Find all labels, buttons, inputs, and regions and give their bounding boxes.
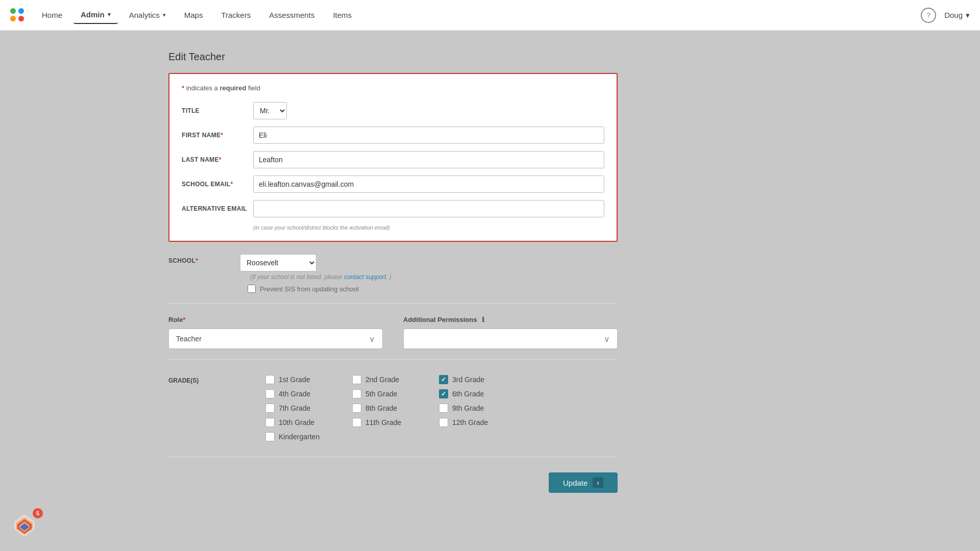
school-email-label: SCHOOL EMAIL* [182,181,253,188]
user-menu-button[interactable]: Doug ▾ [944,11,970,20]
grade-7th: 7th Grade [265,404,347,413]
grade-9th: 9th Grade [439,404,521,413]
nav-assessments[interactable]: Assessments [262,7,322,23]
title-label: TITLE [182,107,253,114]
grade-4th-checkbox[interactable] [265,389,275,398]
grades-label: GRADE(S) [168,375,235,441]
last-name-label: LAST NAME* [182,156,253,163]
nav-trackers[interactable]: Trackers [214,7,258,23]
navbar: Home Admin ▾ Analytics ▾ Maps Trackers A… [0,0,980,31]
update-arrow-icon: › [593,478,603,488]
nav-admin[interactable]: Admin ▾ [74,6,118,24]
logo-dots [10,8,24,22]
grade-6th: 6th Grade [439,389,521,398]
notification-badge: 5 [33,508,43,518]
grade-12th: 12th Grade [439,418,521,427]
grade-8th: 8th Grade [352,404,434,413]
first-name-row: FIRST NAME* [182,127,604,144]
info-icon[interactable]: ℹ [482,316,484,323]
role-section: Role* Teacher ∨ Additional Permissions ℹ… [168,316,618,360]
role-chevron-icon: ∨ [369,334,375,344]
role-col: Role* Teacher ∨ [168,316,383,349]
logo-dot-tr [18,8,24,14]
grade-10th-checkbox[interactable] [265,418,275,427]
grade-3rd-checkbox[interactable] [439,375,448,384]
grade-5th: 5th Grade [352,389,434,398]
contact-support-link[interactable]: contact support. [344,273,387,281]
school-select[interactable]: Roosevelt [240,254,316,271]
nav-items[interactable]: Items [326,7,359,23]
user-chevron-icon: ▾ [966,11,970,20]
grade-kindergarten: Kindergarten [265,432,347,441]
grade-9th-checkbox[interactable] [439,404,448,413]
nav-maps[interactable]: Maps [177,7,210,23]
first-name-input[interactable] [253,127,604,144]
help-button[interactable]: ? [921,8,936,23]
alt-email-hint: (in case your school/district blocks the… [253,224,604,231]
title-select[interactable]: Mr. Mrs. Ms. Dr. [253,102,287,119]
last-name-input[interactable] [253,151,604,168]
grade-11th-checkbox[interactable] [352,418,361,427]
role-label: Role* [168,316,383,323]
logo-dot-tl [10,8,16,14]
additional-permissions-label: Additional Permissions ℹ [403,316,618,323]
nav-items: Home Admin ▾ Analytics ▾ Maps Trackers A… [35,6,921,24]
alt-email-label: ALTERNATIVE EMAIL [182,205,253,212]
logo-dot-bl [10,16,16,21]
grade-11th: 11th Grade [352,418,434,427]
first-name-label: FIRST NAME* [182,132,253,139]
required-fields-section: * indicates a required field TITLE Mr. M… [168,73,618,242]
update-button[interactable]: Update › [549,472,618,493]
form-footer: Update › [168,457,618,493]
app-logo[interactable] [10,8,24,22]
grade-3rd: 3rd Grade [439,375,521,384]
additional-permissions-dropdown[interactable]: ∨ [403,329,618,349]
main-content: Edit Teacher * indicates a required fiel… [0,31,980,551]
grade-12th-checkbox[interactable] [439,418,448,427]
asterisk: * [182,84,184,92]
grade-8th-checkbox[interactable] [352,404,361,413]
grade-kindergarten-checkbox[interactable] [265,432,275,441]
school-section: SCHOOL* Roosevelt (If your school is not… [168,254,618,304]
grade-1st: 1st Grade [265,375,347,384]
grades-section: GRADE(S) 1st Grade 2nd Grade 3rd Grade [168,375,618,441]
grade-2nd-checkbox[interactable] [352,375,361,384]
grade-1st-checkbox[interactable] [265,375,275,384]
prevent-sis-checkbox[interactable] [248,285,256,293]
nav-analytics[interactable]: Analytics ▾ [122,7,173,23]
logo-dot-br [18,16,24,21]
school-row: SCHOOL* Roosevelt [168,254,618,271]
nav-home[interactable]: Home [35,7,69,23]
notification-widget[interactable]: 5 [10,510,41,541]
additional-permissions-chevron-icon: ∨ [604,334,610,344]
grade-7th-checkbox[interactable] [265,404,275,413]
alt-email-row: ALTERNATIVE EMAIL [182,200,604,217]
role-dropdown[interactable]: Teacher ∨ [168,329,383,349]
role-value: Teacher [176,335,202,343]
update-label: Update [563,479,587,487]
prevent-sis-row: Prevent SIS from updating school [248,285,618,293]
user-name: Doug [944,11,963,19]
update-row: Update › [168,472,618,493]
school-label: SCHOOL* [168,254,240,264]
nav-right: ? Doug ▾ [921,8,970,23]
additional-permissions-col: Additional Permissions ℹ ∨ [403,316,618,349]
analytics-chevron-icon: ▾ [163,12,166,18]
grade-4th: 4th Grade [265,389,347,398]
admin-chevron-icon: ▾ [108,11,111,18]
grade-5th-checkbox[interactable] [352,389,361,398]
grade-6th-checkbox[interactable] [439,389,448,398]
required-note: * indicates a required field [182,84,604,92]
last-name-row: LAST NAME* [182,151,604,168]
grade-10th: 10th Grade [265,418,347,427]
page-title: Edit Teacher [168,51,618,63]
grade-2nd: 2nd Grade [352,375,434,384]
title-row: TITLE Mr. Mrs. Ms. Dr. [182,102,604,119]
prevent-sis-label: Prevent SIS from updating school [260,285,359,293]
grades-grid: 1st Grade 2nd Grade 3rd Grade 4th Grade [265,375,521,441]
alt-email-input[interactable] [253,200,604,217]
school-hint: (If your school is not listed, please co… [250,273,618,281]
school-email-input[interactable] [253,176,604,193]
school-email-row: SCHOOL EMAIL* [182,176,604,193]
